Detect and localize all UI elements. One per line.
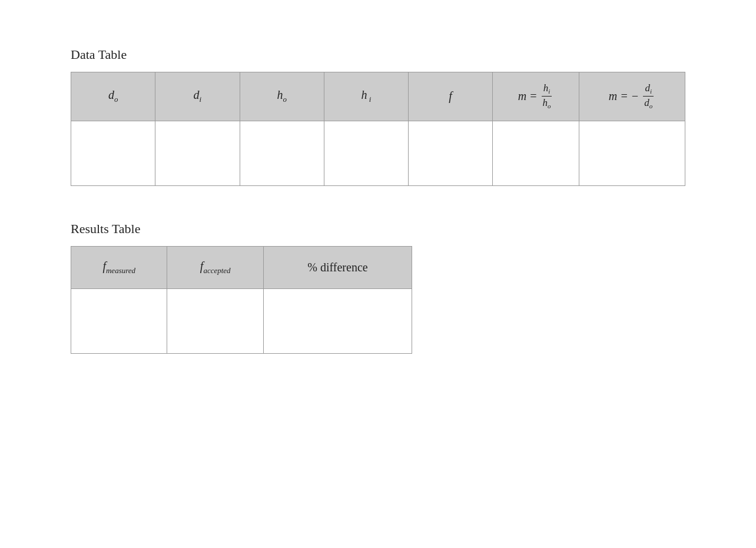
results-table-section: Results Table fmeasured faccepted % diff… [71,221,685,354]
results-table-title: Results Table [71,221,685,237]
col-header-hi: h i [324,72,408,121]
results-table: fmeasured faccepted % difference [71,246,412,354]
col-header-m-di-do: m = − di do [579,72,685,121]
cell-ho[interactable] [240,121,324,185]
col-header-f-accepted: faccepted [167,246,263,288]
data-table-section: Data Table do di ho h i [71,47,685,186]
cell-f-accepted[interactable] [167,288,263,353]
cell-m-di-do[interactable] [579,121,685,185]
cell-hi[interactable] [324,121,408,185]
results-table-header-row: fmeasured faccepted % difference [71,246,412,288]
page-container: Data Table do di ho h i [0,0,756,401]
col-header-do: do [71,72,155,121]
cell-di[interactable] [155,121,240,185]
col-header-pct-diff: % difference [263,246,412,288]
col-header-f-measured: fmeasured [71,246,167,288]
cell-pct-diff[interactable] [263,288,412,353]
cell-do[interactable] [71,121,155,185]
col-header-di: di [155,72,240,121]
results-table-row [71,288,412,353]
cell-f-measured[interactable] [71,288,167,353]
data-table-row [71,121,685,185]
data-table-header-row: do di ho h i f [71,72,685,121]
cell-m-hi-ho[interactable] [493,121,579,185]
col-header-f: f [409,72,493,121]
data-table: do di ho h i f [71,72,685,186]
col-header-m-hi-ho: m = hi ho [493,72,579,121]
cell-f[interactable] [409,121,493,185]
data-table-title: Data Table [71,47,685,62]
col-header-ho: ho [240,72,324,121]
